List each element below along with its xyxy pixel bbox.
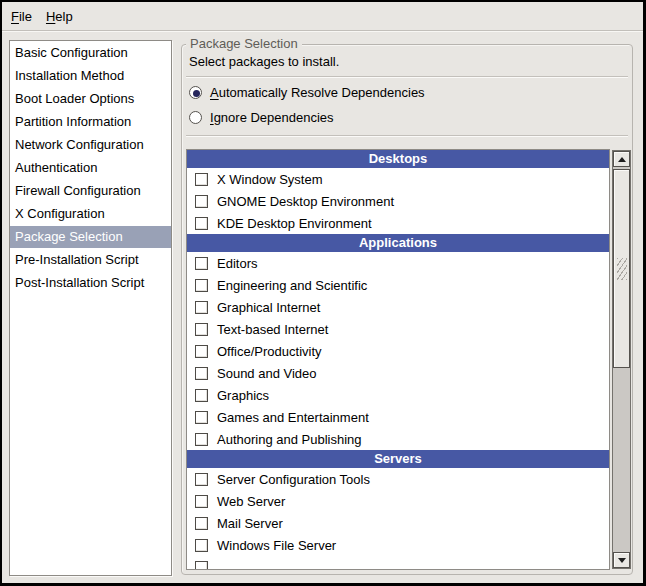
sidebar-item-x-configuration[interactable]: X Configuration <box>10 203 171 225</box>
scrollbar-grip-icon <box>617 258 627 280</box>
radio-button-icon[interactable] <box>189 86 202 99</box>
package-group-header-applications: Applications <box>187 234 609 252</box>
kickstart-configurator-window: File Help Basic ConfigurationInstallatio… <box>2 2 643 583</box>
package-label: Text-based Internet <box>217 322 328 337</box>
menu-help-hotkey: H <box>46 9 55 24</box>
package-label: Sound and Video <box>217 366 317 381</box>
package-row-partial[interactable] <box>187 556 609 570</box>
radio-auto-resolve-label: Automatically Resolve Dependencies <box>210 85 425 100</box>
package-label: Graphical Internet <box>217 300 320 315</box>
package-label: KDE Desktop Environment <box>217 216 372 231</box>
package-label: Authoring and Publishing <box>217 432 362 447</box>
package-checkbox[interactable] <box>195 323 208 336</box>
package-row-graphics[interactable]: Graphics <box>187 384 609 406</box>
package-row-engineering-and-scientific[interactable]: Engineering and Scientific <box>187 274 609 296</box>
sidebar-item-basic-configuration[interactable]: Basic Configuration <box>10 42 171 64</box>
package-row-mail-server[interactable]: Mail Server <box>187 512 609 534</box>
package-checkbox[interactable] <box>195 345 208 358</box>
up-arrow-icon <box>618 157 626 162</box>
package-label: Graphics <box>217 388 269 403</box>
package-group-header-servers: Servers <box>187 450 609 468</box>
package-label: Games and Entertainment <box>217 410 369 425</box>
menubar: File Help <box>2 2 643 31</box>
package-label: Server Configuration Tools <box>217 472 370 487</box>
package-row-server-configuration-tools[interactable]: Server Configuration Tools <box>187 468 609 490</box>
package-row-kde-desktop-environment[interactable]: KDE Desktop Environment <box>187 212 609 234</box>
sidebar-item-network-configuration[interactable]: Network Configuration <box>10 134 171 156</box>
sidebar-item-pre-installation-script[interactable]: Pre-Installation Script <box>10 249 171 271</box>
package-checkbox[interactable] <box>195 173 208 186</box>
package-label: X Window System <box>217 172 322 187</box>
menu-file-hotkey: F <box>11 9 19 24</box>
package-checkbox[interactable] <box>195 195 208 208</box>
package-row-x-window-system[interactable]: X Window System <box>187 168 609 190</box>
sidebar-item-package-selection[interactable]: Package Selection <box>10 226 171 248</box>
package-list[interactable]: DesktopsX Window SystemGNOME Desktop Env… <box>186 149 610 570</box>
package-checkbox[interactable] <box>195 217 208 230</box>
sidebar-item-installation-method[interactable]: Installation Method <box>10 65 171 87</box>
sidebar-item-post-installation-script[interactable]: Post-Installation Script <box>10 272 171 294</box>
frame-title: Package Selection <box>186 36 302 51</box>
scrollbar-thumb[interactable] <box>613 169 630 368</box>
package-label: Engineering and Scientific <box>217 278 367 293</box>
package-label: Windows File Server <box>217 538 336 553</box>
package-label: GNOME Desktop Environment <box>217 194 394 209</box>
package-label: Web Server <box>217 494 285 509</box>
package-row-text-based-internet[interactable]: Text-based Internet <box>187 318 609 340</box>
package-checkbox[interactable] <box>195 389 208 402</box>
radio-button-icon[interactable] <box>189 111 202 124</box>
package-checkbox[interactable] <box>195 561 208 571</box>
frame-description: Select packages to install. <box>189 54 339 69</box>
separator <box>186 135 628 137</box>
package-checkbox[interactable] <box>195 539 208 552</box>
menu-file-label: ile <box>19 9 32 24</box>
package-row-web-server[interactable]: Web Server <box>187 490 609 512</box>
sidebar-item-partition-information[interactable]: Partition Information <box>10 111 171 133</box>
package-group-header-desktops: Desktops <box>187 150 609 168</box>
package-row-editors[interactable]: Editors <box>187 252 609 274</box>
package-list-scrollbar[interactable] <box>612 150 631 569</box>
radio-ignore-deps-label: Ignore Dependencies <box>210 110 334 125</box>
scrollbar-up-button[interactable] <box>613 151 630 167</box>
package-label: Office/Productivity <box>217 344 322 359</box>
package-checkbox[interactable] <box>195 257 208 270</box>
sidebar-item-authentication[interactable]: Authentication <box>10 157 171 179</box>
separator <box>186 76 628 78</box>
package-checkbox[interactable] <box>195 473 208 486</box>
menu-help-label: elp <box>55 9 72 24</box>
radio-auto-resolve[interactable]: Automatically Resolve Dependencies <box>189 82 425 102</box>
sidebar-item-boot-loader-options[interactable]: Boot Loader Options <box>10 88 171 110</box>
package-row-games-and-entertainment[interactable]: Games and Entertainment <box>187 406 609 428</box>
package-row-windows-file-server[interactable]: Windows File Server <box>187 534 609 556</box>
down-arrow-icon <box>618 558 626 563</box>
sidebar-item-firewall-configuration[interactable]: Firewall Configuration <box>10 180 171 202</box>
menu-help[interactable]: Help <box>39 6 80 27</box>
package-row-graphical-internet[interactable]: Graphical Internet <box>187 296 609 318</box>
menu-file[interactable]: File <box>4 6 39 27</box>
package-label: Editors <box>217 256 257 271</box>
package-checkbox[interactable] <box>195 495 208 508</box>
package-checkbox[interactable] <box>195 367 208 380</box>
package-checkbox[interactable] <box>195 301 208 314</box>
package-label: Mail Server <box>217 516 283 531</box>
package-checkbox[interactable] <box>195 411 208 424</box>
package-checkbox[interactable] <box>195 517 208 530</box>
package-checkbox[interactable] <box>195 279 208 292</box>
package-row-gnome-desktop-environment[interactable]: GNOME Desktop Environment <box>187 190 609 212</box>
package-row-sound-and-video[interactable]: Sound and Video <box>187 362 609 384</box>
radio-ignore-deps[interactable]: Ignore Dependencies <box>189 107 334 127</box>
package-checkbox[interactable] <box>195 433 208 446</box>
sidebar-list[interactable]: Basic ConfigurationInstallation MethodBo… <box>9 40 172 576</box>
scrollbar-down-button[interactable] <box>613 552 630 568</box>
package-row-authoring-and-publishing[interactable]: Authoring and Publishing <box>187 428 609 450</box>
package-row-office-productivity[interactable]: Office/Productivity <box>187 340 609 362</box>
package-selection-frame: Package Selection Select packages to ins… <box>181 44 633 575</box>
